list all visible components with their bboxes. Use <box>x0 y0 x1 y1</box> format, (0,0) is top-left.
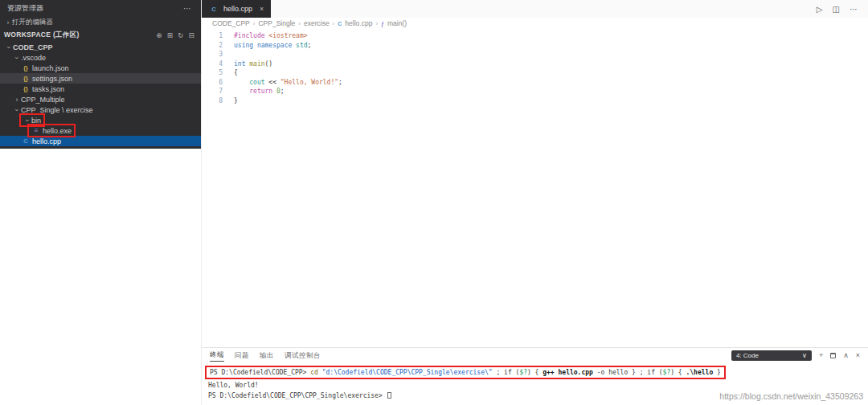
chevron-down-icon: › <box>5 43 13 51</box>
code-line: 7 return 0; <box>202 87 868 96</box>
breadcrumb-separator-icon: › <box>375 20 378 27</box>
explorer-sidebar: 资源管理器 ⋯ › 打开的编辑器 WORKSPACE (工作区) ⊕ ⊞ ↻ ⊟… <box>0 0 201 405</box>
workspace-section-header[interactable]: WORKSPACE (工作区) ⊕ ⊞ ↻ ⊟ <box>0 29 201 42</box>
breadcrumb-separator-icon: › <box>333 20 335 27</box>
workspace-actions: ⊕ ⊞ ↻ ⊟ <box>156 31 194 39</box>
panel-controls: 4: Code ∨ + ∧ × <box>731 350 860 361</box>
editor-area: C hello.cpp × ▷ ◫ ⋯ CODE_CPP›CPP_Single›… <box>201 0 868 405</box>
refresh-icon[interactable]: ↻ <box>178 31 183 39</box>
chevron-down-icon: › <box>13 106 21 114</box>
tree-item-hello-exe[interactable]: ≡hello.exe <box>0 125 201 136</box>
close-panel-icon[interactable]: × <box>856 351 860 359</box>
code-text: } <box>234 96 238 106</box>
line-number: 8 <box>202 96 223 106</box>
code-line: 6 cout << "Hello, World!"; <box>202 78 868 88</box>
tree-item-tasks-json[interactable]: {}tasks.json <box>0 84 201 94</box>
code-line: 8} <box>202 96 868 106</box>
panel-tab-idx3[interactable]: 调试控制台 <box>285 350 321 362</box>
tree-item-cpp-single-exercise[interactable]: ›CPP_Single \ exercise <box>0 104 201 115</box>
tab-title: hello.cpp <box>223 5 252 13</box>
line-number: 5 <box>202 68 223 78</box>
split-editor-icon[interactable]: ◫ <box>833 5 840 14</box>
more-actions-icon[interactable]: ⋯ <box>183 4 191 13</box>
line-number: 4 <box>202 59 223 69</box>
tree-item-cpp-multiple[interactable]: ›CPP_Multiple <box>0 94 201 104</box>
code-text: #include <iostream> <box>234 31 308 41</box>
explorer-header: 资源管理器 ⋯ <box>0 0 201 16</box>
panel-tabs: 终端问题输出调试控制台 <box>210 349 331 362</box>
code-line: 4int main() <box>202 59 868 69</box>
code-line: 5{ <box>202 68 868 78</box>
symbol-method-icon: ƒ <box>381 21 384 27</box>
cpp-file-icon: C <box>338 21 342 27</box>
json-file-icon: {} <box>21 86 31 92</box>
tree-item-label: CPP_Single \ exercise <box>21 106 93 114</box>
breadcrumb-item-cpp-single[interactable]: CPP_Single <box>258 19 295 27</box>
code-text: return 0; <box>234 87 285 96</box>
breadcrumb-item-hello-cpp[interactable]: hello.cpp <box>345 19 372 27</box>
breadcrumb: CODE_CPP›CPP_Single›exercise›Chello.cpp›… <box>202 18 868 29</box>
panel-tab-idx1[interactable]: 问题 <box>235 350 249 362</box>
tree-item-settings-json[interactable]: {}settings.json <box>0 73 201 84</box>
tree-item-label: CODE_CPP <box>13 43 53 51</box>
open-editors-label: 打开的编辑器 <box>12 18 53 27</box>
line-number: 1 <box>202 31 223 41</box>
vscode-window: 资源管理器 ⋯ › 打开的编辑器 WORKSPACE (工作区) ⊕ ⊞ ↻ ⊟… <box>0 0 868 405</box>
explorer-title: 资源管理器 <box>7 3 43 14</box>
panel-tab-idx2[interactable]: 输出 <box>260 350 274 362</box>
code-line: 2using namespace std; <box>202 41 868 51</box>
open-editors-section[interactable]: › 打开的编辑器 <box>0 16 201 29</box>
terminal-line: Hello, World! <box>208 380 868 391</box>
tree-item-label: CPP_Multiple <box>21 96 65 104</box>
editor-more-actions-icon[interactable]: ⋯ <box>850 5 858 14</box>
code-text: using namespace std; <box>234 41 311 51</box>
terminal-selector-dropdown[interactable]: 4: Code ∨ <box>731 350 812 361</box>
breadcrumb-item-code-cpp[interactable]: CODE_CPP <box>212 19 250 27</box>
collapse-folders-icon[interactable]: ⊟ <box>189 31 194 39</box>
tree-item-label: hello.cpp <box>32 137 61 145</box>
code-text: cout << "Hello, World!"; <box>234 78 342 88</box>
explorer-panel: 资源管理器 ⋯ › 打开的编辑器 WORKSPACE (工作区) ⊕ ⊞ ↻ ⊟… <box>0 0 201 149</box>
tree-item-launch-json[interactable]: {}launch.json <box>0 63 201 73</box>
panel-header: 终端问题输出调试控制台 4: Code ∨ + ∧ × <box>202 348 868 362</box>
json-file-icon: {} <box>21 76 31 81</box>
breadcrumb-item-main[interactable]: main() <box>387 19 407 27</box>
tab-hello-cpp[interactable]: C hello.cpp × <box>202 0 271 18</box>
tree-item-label: launch.json <box>32 64 69 72</box>
file-tree: ›CODE_CPP›.vscode{}launch.json{}settings… <box>0 42 201 146</box>
chevron-down-icon: › <box>13 54 21 62</box>
tree-item-bin[interactable]: ›bin <box>0 115 201 125</box>
exe-file-icon: ≡ <box>31 127 41 134</box>
breadcrumb-separator-icon: › <box>253 20 256 27</box>
code-line: 1#include <iostream> <box>202 31 868 41</box>
cpp-file-icon: C <box>209 6 219 13</box>
panel-tab-idx0[interactable]: 终端 <box>210 349 224 362</box>
kill-terminal-icon[interactable] <box>830 353 836 358</box>
run-button[interactable]: ▷ <box>817 5 823 14</box>
code-line: 3 <box>202 50 868 59</box>
breadcrumb-item-exercise[interactable]: exercise <box>304 19 330 27</box>
chevron-down-icon: › <box>23 117 31 125</box>
maximize-panel-icon[interactable]: ∧ <box>843 351 849 359</box>
new-file-icon[interactable]: ⊕ <box>156 31 162 39</box>
new-folder-icon[interactable]: ⊞ <box>167 31 173 39</box>
terminal-line: PS D:\Codefield\CODE_CPP> cd "d:\Codefie… <box>205 366 726 379</box>
tree-item-label: tasks.json <box>32 85 64 93</box>
chevron-right-icon: › <box>4 18 12 27</box>
tree-item-label: settings.json <box>32 75 72 83</box>
tree-item-code-cpp[interactable]: ›CODE_CPP <box>0 42 201 52</box>
code-editor[interactable]: 1#include <iostream>2using namespace std… <box>202 29 868 347</box>
chevron-right-icon: › <box>13 96 21 104</box>
tree-item-vscode[interactable]: ›.vscode <box>0 52 201 63</box>
terminal-selector-value: 4: Code <box>736 352 759 359</box>
close-tab-icon[interactable]: × <box>260 5 264 13</box>
code-text: int main() <box>234 59 272 69</box>
chevron-down-icon: ∨ <box>802 352 807 359</box>
line-number: 6 <box>202 78 223 88</box>
cpp-file-icon: C <box>21 137 31 145</box>
tree-item-hello-cpp[interactable]: Chello.cpp <box>0 136 201 146</box>
line-number: 3 <box>202 50 223 59</box>
new-terminal-icon[interactable]: + <box>819 351 823 359</box>
watermark-url: https://blog.csdn.net/weixin_43509263 <box>719 391 863 401</box>
editor-tabbar: C hello.cpp × ▷ ◫ ⋯ <box>202 0 868 18</box>
